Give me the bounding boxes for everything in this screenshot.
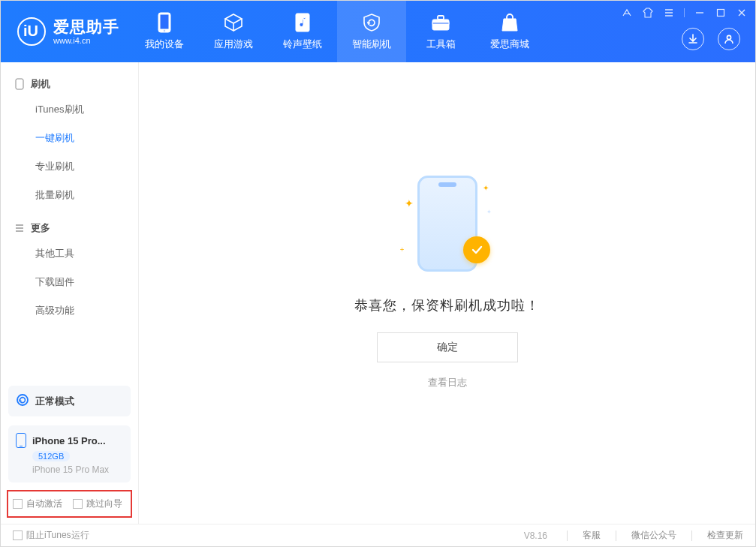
body: 刷机 iTunes刷机 一键刷机 专业刷机 批量刷机 更多 其他工具 下载固件 … (1, 62, 755, 524)
device-full-name: iPhone 15 Pro Max (32, 464, 123, 475)
menu-icon[interactable] (663, 7, 675, 19)
refresh-status-icon (16, 393, 29, 409)
device-name: iPhone 15 Pro... (32, 435, 106, 446)
sidebar-item-download-firmware[interactable]: 下载固件 (1, 268, 138, 296)
maximize-button[interactable] (715, 7, 727, 19)
version-label: V8.16 (524, 530, 547, 541)
phone-icon (154, 12, 175, 33)
close-button[interactable] (736, 7, 748, 19)
shield-refresh-icon (361, 12, 382, 33)
app-window: iU 爱思助手 www.i4.cn 我的设备 应用游戏 铃声壁纸 智能刷机 (0, 0, 756, 547)
device-status[interactable]: 正常模式 (8, 386, 131, 416)
checkbox-icon (13, 530, 23, 540)
app-url: www.i4.cn (53, 36, 119, 45)
status-label: 正常模式 (35, 395, 74, 408)
sidebar-group-flash: 刷机 (1, 73, 138, 95)
nav-label: 爱思商城 (490, 38, 529, 51)
checkbox-icon (13, 499, 23, 509)
toolbox-icon (430, 12, 451, 33)
feedback-icon[interactable] (621, 7, 633, 19)
sidebar-item-oneclick-flash[interactable]: 一键刷机 (1, 124, 138, 152)
nav-label: 工具箱 (426, 38, 456, 51)
sparkle-icon: ＋ (399, 245, 405, 254)
nav-toolbox[interactable]: 工具箱 (406, 1, 475, 62)
device-icon (14, 79, 25, 89)
ok-button[interactable]: 确定 (377, 332, 518, 362)
top-nav: 我的设备 应用游戏 铃声壁纸 智能刷机 工具箱 爱思商城 (130, 1, 544, 62)
support-link[interactable]: 客服 (583, 529, 601, 542)
header: iU 爱思助手 www.i4.cn 我的设备 应用游戏 铃声壁纸 智能刷机 (1, 1, 755, 62)
sparkle-icon: ✦ (405, 197, 414, 209)
footer: 阻止iTunes运行 V8.16 客服 微信公众号 检查更新 (1, 524, 755, 546)
skin-icon[interactable] (642, 7, 654, 19)
sidebar-item-batch-flash[interactable]: 批量刷机 (1, 181, 138, 209)
logo-icon: iU (17, 17, 46, 46)
check-badge-icon (463, 236, 490, 263)
app-logo: iU 爱思助手 www.i4.cn (1, 1, 130, 62)
sparkle-icon: ✦ (483, 184, 489, 192)
svg-rect-6 (432, 23, 449, 24)
activation-options: 自动激活 跳过向导 (7, 490, 132, 518)
sidebar-group-title: 更多 (31, 221, 50, 235)
svg-rect-5 (438, 16, 444, 20)
nav-my-device[interactable]: 我的设备 (130, 1, 199, 62)
sidebar-item-pro-flash[interactable]: 专业刷机 (1, 152, 138, 181)
checkbox-label: 自动激活 (26, 497, 62, 510)
account-button[interactable] (718, 28, 740, 50)
menu-lines-icon (14, 223, 25, 233)
success-illustration: ✦ ✦ ＋ ✦ (391, 167, 504, 280)
check-update-link[interactable]: 检查更新 (707, 529, 743, 542)
svg-rect-4 (432, 20, 449, 30)
checkbox-label: 阻止iTunes运行 (26, 529, 89, 542)
sidebar-item-advanced[interactable]: 高级功能 (1, 296, 138, 325)
app-title: 爱思助手 (53, 18, 119, 35)
sidebar-group-more: 更多 (1, 217, 138, 239)
checkbox-block-itunes[interactable]: 阻止iTunes运行 (13, 529, 89, 542)
main-content: ✦ ✦ ＋ ✦ 恭喜您，保资料刷机成功啦！ 确定 查看日志 (139, 62, 755, 524)
sparkle-icon: ✦ (486, 209, 492, 215)
svg-rect-8 (718, 10, 724, 17)
nav-label: 我的设备 (145, 38, 184, 51)
sidebar-group-title: 刷机 (31, 77, 50, 91)
view-log-link[interactable]: 查看日志 (428, 376, 467, 389)
checkbox-label: 跳过向导 (86, 497, 122, 510)
minimize-button[interactable] (694, 7, 706, 19)
svg-rect-1 (160, 14, 169, 29)
shopping-bag-icon (499, 12, 520, 33)
svg-point-7 (727, 35, 730, 39)
download-button[interactable] (682, 28, 704, 50)
sidebar-item-other-tools[interactable]: 其他工具 (1, 239, 138, 268)
titlebar-controls (621, 7, 748, 19)
checkbox-icon (73, 499, 83, 509)
header-right-controls (682, 28, 740, 50)
sidebar-item-itunes-flash[interactable]: iTunes刷机 (1, 95, 138, 124)
success-message: 恭喜您，保资料刷机成功啦！ (354, 296, 540, 314)
phone-small-icon (16, 433, 26, 448)
sidebar: 刷机 iTunes刷机 一键刷机 专业刷机 批量刷机 更多 其他工具 下载固件 … (1, 62, 139, 524)
music-file-icon (292, 12, 313, 33)
nav-label: 铃声壁纸 (283, 38, 322, 51)
nav-flash[interactable]: 智能刷机 (337, 1, 406, 62)
nav-apps[interactable]: 应用游戏 (199, 1, 268, 62)
cube-icon (223, 12, 244, 33)
svg-point-2 (164, 30, 165, 32)
nav-ringtones[interactable]: 铃声壁纸 (268, 1, 337, 62)
svg-rect-9 (16, 79, 23, 89)
nav-label: 智能刷机 (352, 38, 391, 51)
wechat-link[interactable]: 微信公众号 (631, 529, 676, 542)
storage-badge: 512GB (32, 451, 70, 461)
checkbox-auto-activate[interactable]: 自动激活 (13, 497, 62, 510)
nav-label: 应用游戏 (214, 38, 253, 51)
checkbox-skip-guide[interactable]: 跳过向导 (73, 497, 122, 510)
nav-store[interactable]: 爱思商城 (475, 1, 544, 62)
device-card[interactable]: iPhone 15 Pro... 512GB iPhone 15 Pro Max (8, 425, 131, 482)
